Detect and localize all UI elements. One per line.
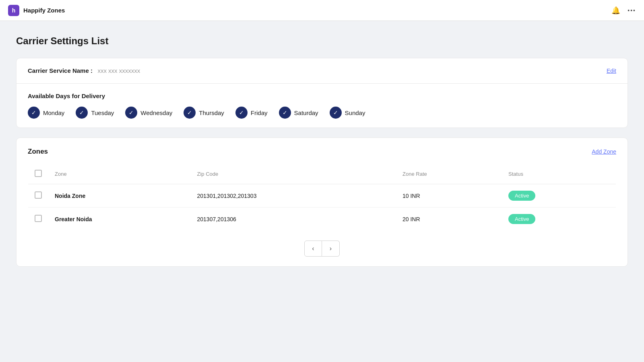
row-checkbox-cell bbox=[28, 184, 49, 208]
header-checkbox[interactable] bbox=[35, 170, 42, 177]
day-label: Wednesday bbox=[140, 109, 172, 116]
zip-code: 201301,201302,201303 bbox=[191, 184, 396, 208]
carrier-name-section: Carrier Service Name : xxx xxx xxxxxxx E… bbox=[17, 58, 627, 84]
topbar-right: 🔔 ••• bbox=[611, 6, 636, 15]
prev-page-button[interactable]: ‹ bbox=[304, 241, 322, 257]
day-check-icon: ✓ bbox=[330, 107, 342, 119]
day-label: Thursday bbox=[199, 109, 224, 116]
day-label: Sunday bbox=[345, 109, 365, 116]
zone-name: Greater Noida bbox=[48, 208, 191, 231]
col-zipcode: Zip Code bbox=[191, 164, 396, 184]
day-check-icon: ✓ bbox=[235, 107, 248, 119]
zone-rate: 20 INR bbox=[396, 208, 502, 231]
col-status: Status bbox=[502, 164, 616, 184]
day-item: ✓ Monday bbox=[28, 107, 64, 119]
add-zone-link[interactable]: Add Zone bbox=[592, 148, 616, 155]
carrier-settings-card: Carrier Service Name : xxx xxx xxxxxxx E… bbox=[16, 58, 628, 128]
col-zone-rate: Zone Rate bbox=[396, 164, 502, 184]
row-checkbox[interactable] bbox=[35, 191, 42, 199]
day-label: Tuesday bbox=[91, 109, 114, 116]
zones-table: Zone Zip Code Zone Rate Status Noida Zon… bbox=[28, 164, 616, 231]
day-check-icon: ✓ bbox=[28, 107, 40, 119]
row-checkbox-cell bbox=[28, 208, 49, 231]
day-item: ✓ Sunday bbox=[330, 107, 365, 119]
day-check-icon: ✓ bbox=[279, 107, 291, 119]
day-label: Saturday bbox=[294, 109, 318, 116]
page-content: Carrier Settings List Carrier Service Na… bbox=[0, 21, 644, 281]
app-icon: h bbox=[8, 5, 19, 16]
row-checkbox[interactable] bbox=[35, 215, 42, 222]
status-cell: Active bbox=[502, 184, 616, 208]
pagination: ‹ › bbox=[28, 241, 616, 257]
zone-rate: 10 INR bbox=[396, 184, 502, 208]
table-row: Noida Zone 201301,201302,201303 10 INR A… bbox=[28, 184, 616, 208]
day-check-icon: ✓ bbox=[76, 107, 88, 119]
topbar: h Happify Zones 🔔 ••• bbox=[0, 0, 644, 21]
zip-code: 201307,201306 bbox=[191, 208, 396, 231]
carrier-name-row: Carrier Service Name : xxx xxx xxxxxxx bbox=[28, 67, 140, 74]
day-item: ✓ Wednesday bbox=[125, 107, 172, 119]
status-cell: Active bbox=[502, 208, 616, 231]
days-section: Available Days for Delivery ✓ Monday ✓ T… bbox=[17, 84, 627, 128]
day-check-icon: ✓ bbox=[125, 107, 137, 119]
app-title: Happify Zones bbox=[23, 7, 65, 14]
day-item: ✓ Thursday bbox=[184, 107, 224, 119]
zones-title: Zones bbox=[28, 148, 48, 156]
days-title: Available Days for Delivery bbox=[28, 93, 616, 99]
carrier-name-label: Carrier Service Name : bbox=[28, 67, 93, 74]
day-item: ✓ Saturday bbox=[279, 107, 318, 119]
carrier-name-value: xxx xxx xxxxxxx bbox=[97, 67, 140, 74]
edit-link[interactable]: Edit bbox=[607, 68, 616, 74]
topbar-left: h Happify Zones bbox=[8, 5, 65, 16]
status-badge: Active bbox=[508, 191, 535, 201]
header-checkbox-cell bbox=[28, 164, 49, 184]
zones-container: Zones Add Zone Zone Zip Code Zone Rate S… bbox=[16, 138, 628, 267]
table-row: Greater Noida 201307,201306 20 INR Activ… bbox=[28, 208, 616, 231]
day-label: Monday bbox=[43, 109, 64, 116]
more-options-icon[interactable]: ••• bbox=[627, 7, 636, 14]
day-check-icon: ✓ bbox=[184, 107, 196, 119]
day-item: ✓ Tuesday bbox=[76, 107, 114, 119]
next-page-button[interactable]: › bbox=[322, 241, 340, 257]
day-label: Friday bbox=[251, 109, 268, 116]
notification-icon[interactable]: 🔔 bbox=[611, 6, 620, 15]
day-item: ✓ Friday bbox=[235, 107, 268, 119]
zones-header: Zones Add Zone bbox=[28, 148, 616, 156]
table-header-row: Zone Zip Code Zone Rate Status bbox=[28, 164, 616, 184]
page-title: Carrier Settings List bbox=[16, 35, 628, 47]
zone-name: Noida Zone bbox=[48, 184, 191, 208]
col-zone: Zone bbox=[48, 164, 191, 184]
days-list: ✓ Monday ✓ Tuesday ✓ Wednesday ✓ Thursda… bbox=[28, 107, 616, 119]
status-badge: Active bbox=[508, 214, 535, 224]
